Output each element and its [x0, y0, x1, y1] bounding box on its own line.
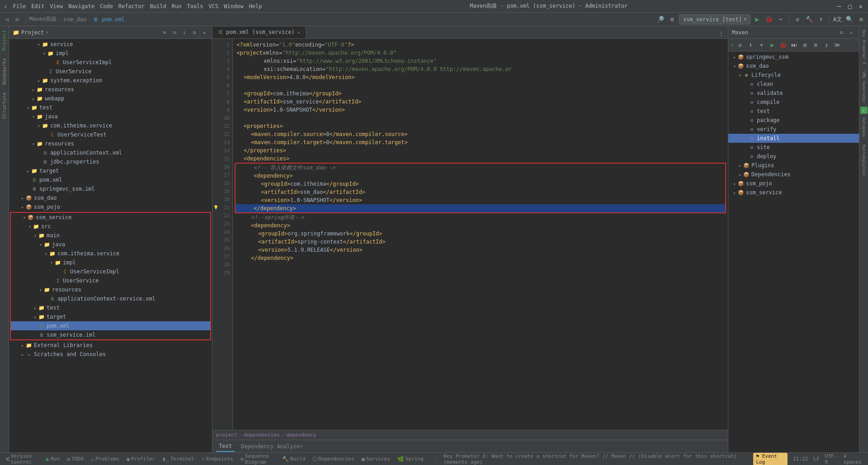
search-button[interactable]: 🔍: [844, 14, 854, 24]
tree-item-java-test[interactable]: ▾ 📁 java: [9, 112, 212, 121]
run-config-selector[interactable]: ssm_service [test] ▼: [679, 14, 750, 24]
tree-item-userserviceimpl[interactable]: C UserServiceImpl: [9, 58, 212, 67]
menu-run[interactable]: Run: [172, 3, 182, 9]
structure-tab[interactable]: Structure: [0, 89, 9, 123]
maven-collapse-button[interactable]: ≡: [811, 40, 821, 50]
tree-item-pom-xml-top[interactable]: 🗎 pom.xml: [9, 175, 212, 184]
event-log-button[interactable]: ⚑ Event Log: [753, 453, 788, 465]
tree-item-ssm-dao[interactable]: ▸ 📦 ssm_dao: [9, 193, 212, 202]
update-button[interactable]: ↺: [793, 14, 802, 24]
tree-item-test[interactable]: ▾ 📁 test: [9, 103, 212, 112]
key-promoter-tab[interactable]: Key Promoter X: [860, 26, 868, 68]
tree-item-impl[interactable]: ▾ 📁 impl: [9, 49, 212, 58]
maven-item-ssm-dao[interactable]: ▾ 📦 ssm_dao: [728, 61, 859, 70]
breadcrumb-dependency[interactable]: dependency: [286, 432, 316, 438]
maven-item-site[interactable]: ⚙ site: [728, 143, 859, 152]
menu-vcs[interactable]: VCS: [209, 3, 219, 9]
status-tab-build[interactable]: 🔨 Build: [279, 455, 308, 463]
translate-button[interactable]: A文: [833, 14, 843, 24]
menu-file[interactable]: File: [13, 3, 26, 9]
maven-item-ssm-pojo[interactable]: ▸ 📦 ssm_pojo: [728, 179, 859, 188]
tree-item-impl2[interactable]: ▾ 📁 impl: [11, 258, 210, 267]
database-tab[interactable]: Database: [860, 114, 868, 141]
menu-navigate[interactable]: Navigate: [68, 3, 94, 9]
tree-item-ssm-service-iml[interactable]: 🗎 ssm_service.iml: [11, 330, 210, 339]
status-tab-spring[interactable]: 🌿 Spring: [395, 455, 426, 463]
status-tab-terminal[interactable]: ▮_ Terminal: [160, 455, 197, 463]
maven-more-button[interactable]: ≫: [832, 40, 842, 50]
tree-item-springmvc-iml[interactable]: 🗎 springmvc_ssm.iml: [9, 184, 212, 193]
status-tab-sequence-diagram[interactable]: ≋ Sequence Diagram: [238, 452, 278, 465]
menu-code[interactable]: Code: [100, 3, 113, 9]
menu-view[interactable]: View: [50, 3, 63, 9]
maven-settings-button[interactable]: ⚙: [837, 28, 845, 37]
encoding[interactable]: UTF-8: [825, 453, 838, 465]
status-tab-endpoints[interactable]: ⚡ Endpoints: [199, 455, 236, 463]
maven-item-lifecycle[interactable]: ▾ ⚙ Lifecycle: [728, 70, 859, 80]
rectangletool-tab[interactable]: RectangleTool: [860, 141, 868, 180]
github-copilot-icon[interactable]: ✦: [860, 107, 868, 114]
maven-item-springmvc[interactable]: ▸ 📦 springmvc_ssm: [728, 52, 859, 61]
maven-skip-button[interactable]: ⏭: [789, 40, 799, 50]
editor-content[interactable]: <?xml version="1.0" encoding="UTF-8"?> <…: [233, 39, 728, 430]
close-panel-button[interactable]: ✕: [200, 28, 208, 37]
settings2-button[interactable]: ⚙: [856, 14, 866, 24]
forward-button[interactable]: ▷: [13, 14, 23, 24]
close-button[interactable]: ✕: [857, 3, 864, 10]
tree-item-target-top[interactable]: ▸ 📁 target: [9, 166, 212, 175]
tree-item-system-exception[interactable]: ▸ 📁 system.exception: [9, 76, 212, 85]
tree-item-userservice2[interactable]: I UserService: [11, 276, 210, 285]
maven-debug-button[interactable]: 🐞: [778, 40, 788, 50]
status-tab-problems[interactable]: ⚠ Problems: [88, 455, 122, 463]
search-everywhere-button[interactable]: 🔎: [656, 14, 665, 24]
tree-item-applicationcontext-xml[interactable]: 🗎 applicationContext.xml: [9, 148, 212, 157]
run-button[interactable]: ▶: [752, 14, 762, 24]
tree-item-main[interactable]: ▾ 📁 main: [11, 231, 210, 240]
tree-item-userservicetest[interactable]: C UserServiceTest: [9, 130, 212, 139]
tree-item-webapp[interactable]: ▸ 📁 webapp: [9, 94, 212, 103]
tree-item-scratches[interactable]: ▸ ✏ Scratches and Consoles: [9, 350, 212, 359]
more-run-button[interactable]: ⋯: [776, 14, 786, 24]
status-tab-version-control[interactable]: ⑆ Version Control: [4, 452, 42, 465]
status-tab-dependencies[interactable]: ⬡ Dependencies: [310, 455, 357, 463]
tree-item-com-itheima-service[interactable]: ▾ 📁 com.itheima.service: [9, 121, 212, 130]
tree-item-ssm-pojo[interactable]: ▸ 📦 ssm_pojo: [9, 202, 212, 211]
git-button[interactable]: ⬆: [816, 14, 826, 24]
project-sidebar-tab[interactable]: Project: [0, 26, 9, 54]
tree-item-pom-xml-service[interactable]: 🗎 pom.xml: [11, 321, 210, 330]
bookmarks-tab[interactable]: Bookmarks: [0, 54, 9, 89]
maven-item-deploy[interactable]: ⚙ deploy: [728, 152, 859, 161]
tree-item-resources-test[interactable]: ▾ 📁 resources: [9, 139, 212, 148]
maven-item-validate[interactable]: ⚙ validate: [728, 89, 859, 98]
back-button[interactable]: ◁: [2, 14, 12, 24]
collapse-all-button[interactable]: ≡: [170, 28, 179, 37]
menu-edit[interactable]: Edit: [31, 3, 44, 9]
tab-close-button[interactable]: ✕: [297, 30, 300, 35]
tree-item-service[interactable]: ▾ 📁 service: [9, 40, 212, 49]
maven-item-verify[interactable]: ⚙ verify: [728, 125, 859, 134]
menu-refactor[interactable]: Refactor: [118, 3, 145, 9]
menu-tools[interactable]: Tools: [187, 3, 203, 9]
scope-button[interactable]: ⊕: [160, 28, 169, 37]
tree-item-jdbc-properties[interactable]: 🗎 jdbc.properties: [9, 157, 212, 166]
maven-run-button[interactable]: ▶: [767, 40, 777, 50]
debug-button[interactable]: 🐞: [764, 14, 774, 24]
tree-item-external-libraries[interactable]: ▸ 📁 External Libraries: [9, 341, 212, 350]
expand-button[interactable]: ↕: [180, 28, 189, 37]
tab-dependency-analyzer[interactable]: Dependency Analyzer: [238, 442, 306, 451]
menu-help[interactable]: Help: [249, 3, 262, 9]
maven-item-plugins[interactable]: ▸ 📦 Plugins: [728, 161, 859, 170]
breadcrumb-project[interactable]: project: [216, 432, 237, 438]
tree-item-test2[interactable]: ▸ 📁 test: [11, 303, 210, 312]
maven-item-dependencies[interactable]: ▸ 📦 Dependencies: [728, 170, 859, 179]
maven-item-compile[interactable]: ⚙ compile: [728, 98, 859, 107]
tree-item-applicationcontext-service[interactable]: 🗎 applicationContext-service.xml: [11, 294, 210, 303]
tree-item-java-main[interactable]: ▾ 📁 java: [11, 240, 210, 249]
maven-item-clean[interactable]: ⚙ clean: [728, 80, 859, 89]
menu-window[interactable]: Window: [224, 3, 243, 9]
maven-item-package[interactable]: ⚙ package: [728, 116, 859, 125]
tree-item-ssm-service[interactable]: ▾ 📦 ssm_service: [11, 213, 210, 222]
maven-item-ssm-service[interactable]: ▸ 📦 ssm_service: [728, 188, 859, 197]
menu-build[interactable]: Build: [150, 3, 166, 9]
editor-tab-pom[interactable]: 🗎 pom.xml (ssm_service) ✕: [212, 27, 306, 38]
